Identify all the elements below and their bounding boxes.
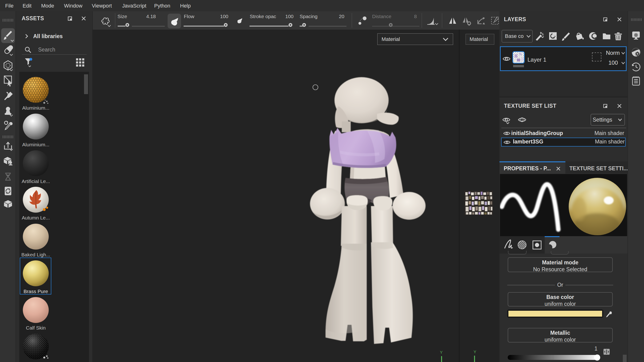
svg-text:1: 1 xyxy=(521,118,523,122)
svg-text:Y: Y xyxy=(474,350,476,354)
svg-text:Y: Y xyxy=(440,350,442,355)
